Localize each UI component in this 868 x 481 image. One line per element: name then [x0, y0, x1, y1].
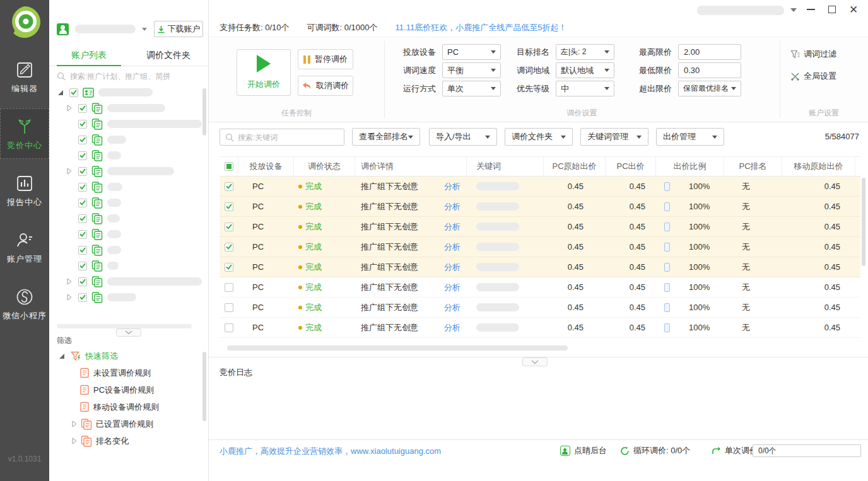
table-row[interactable]: PC完成推广组下无创意分析0.450.45100%无0.45: [220, 177, 860, 197]
tree-item-plan[interactable]: [49, 195, 202, 211]
expander-collapsed-icon[interactable]: [66, 168, 73, 175]
analyze-link[interactable]: 分析: [444, 181, 460, 192]
table-vertical-scrollbar[interactable]: [862, 178, 865, 266]
tree-item-plan[interactable]: [49, 179, 202, 195]
tree-item-plan[interactable]: [49, 242, 202, 258]
setting-input-6[interactable]: [678, 44, 741, 60]
tree-item-plan[interactable]: [49, 116, 202, 132]
dropdown-import-export[interactable]: 导入/导出: [429, 128, 497, 146]
setting-select-0[interactable]: PC: [442, 44, 501, 60]
maximize-button[interactable]: [824, 3, 840, 16]
tree-checkbox[interactable]: [78, 277, 87, 286]
nav-item-pencil[interactable]: 编辑器: [0, 52, 49, 102]
setting-select-5[interactable]: 中: [556, 81, 614, 96]
analyze-link[interactable]: 分析: [444, 302, 460, 313]
keyword-search[interactable]: [220, 129, 344, 146]
nav-item-person[interactable]: 账户管理: [0, 222, 49, 272]
tree-checkbox[interactable]: [78, 230, 87, 239]
table-row[interactable]: PC完成推广组下无创意分析0.450.45100%无0.45: [220, 197, 860, 217]
table-horizontal-scrollbar[interactable]: [227, 345, 568, 351]
nav-item-antler[interactable]: 竞价中心: [0, 108, 49, 159]
tree-checkbox[interactable]: [78, 293, 87, 302]
row-checkbox[interactable]: [225, 182, 233, 191]
row-checkbox[interactable]: [225, 243, 233, 252]
tree-item-plan[interactable]: [49, 163, 202, 179]
expander-collapsed-icon[interactable]: [66, 278, 73, 286]
tree-checkbox[interactable]: [78, 151, 87, 160]
table-row[interactable]: PC完成推广组下无创意分析0.450.45100%无0.45: [220, 217, 860, 237]
setting-select-2[interactable]: 单次: [442, 81, 501, 96]
expander-collapsed-icon[interactable]: [71, 420, 78, 427]
tree-item-plan[interactable]: [49, 289, 202, 305]
row-checkbox[interactable]: [225, 223, 233, 231]
tree-item-account[interactable]: [49, 84, 202, 100]
close-button[interactable]: ✕: [846, 3, 861, 16]
expander-collapsed-icon[interactable]: [66, 105, 73, 112]
analyze-link[interactable]: 分析: [444, 241, 460, 253]
tree-item-plan[interactable]: [49, 258, 202, 274]
tree-search-input[interactable]: [70, 72, 201, 81]
table-row[interactable]: PC完成推广组下无创意分析0.450.45100%无0.45: [220, 277, 860, 298]
quick-filter-root[interactable]: 快速筛选: [49, 347, 202, 364]
tree-item-plan[interactable]: [49, 132, 202, 148]
titlebar-chevron-down-icon[interactable]: [790, 8, 797, 12]
cancel-bidding-button[interactable]: 取消调价: [298, 76, 353, 96]
tree-checkbox[interactable]: [78, 136, 87, 144]
table-row[interactable]: PC完成推广组下无创意分析0.450.45100%无0.45: [220, 257, 860, 277]
tab-bid-folder[interactable]: 调价文件夹: [129, 45, 208, 66]
keyword-search-input[interactable]: [238, 133, 339, 142]
filter-item[interactable]: PC设备调价规则: [49, 381, 202, 398]
tree-checkbox[interactable]: [78, 214, 87, 223]
tree-checkbox[interactable]: [78, 246, 87, 255]
start-bidding-button[interactable]: 开始调价: [237, 49, 291, 96]
dropdown-keyword-manage[interactable]: 关键词管理: [580, 128, 648, 146]
dropdown-bid-folder[interactable]: 调价文件夹: [505, 128, 573, 146]
filter-item[interactable]: 未设置调价规则: [49, 364, 202, 381]
filter-vertical-scrollbar[interactable]: [202, 352, 206, 421]
row-checkbox[interactable]: [225, 263, 233, 272]
setting-select-4[interactable]: 默认地域: [556, 62, 614, 78]
chevron-down-icon[interactable]: [142, 28, 147, 31]
expander-expanded-icon[interactable]: [57, 89, 64, 96]
backend-button[interactable]: 点睛后台: [560, 445, 607, 456]
setting-select-3[interactable]: 左|头: 2: [556, 44, 614, 60]
expander-collapsed-icon[interactable]: [66, 294, 73, 301]
pause-bidding-button[interactable]: 暂停调价: [298, 49, 353, 69]
analyze-link[interactable]: 分析: [444, 201, 460, 212]
table-row[interactable]: PC完成推广组下无创意分析0.450.45100%无0.45: [220, 318, 860, 338]
tree-item-plan[interactable]: [49, 100, 202, 116]
row-checkbox[interactable]: [225, 283, 233, 292]
analyze-link[interactable]: 分析: [444, 282, 460, 293]
dropdown-bid-manage[interactable]: 出价管理: [656, 128, 724, 146]
row-checkbox[interactable]: [225, 303, 233, 312]
log-collapse-button[interactable]: [522, 357, 548, 366]
select-all-checkbox[interactable]: [225, 162, 233, 171]
tree-collapse-button[interactable]: [116, 328, 141, 337]
tree-item-plan[interactable]: [49, 148, 202, 163]
tab-account-list[interactable]: 账户列表: [49, 45, 129, 66]
account-selector[interactable]: 下载账户: [57, 20, 203, 38]
tree-item-plan[interactable]: [49, 274, 202, 289]
nav-item-wechat-miniprogram[interactable]: 微信小程序: [0, 279, 49, 329]
setting-input-7[interactable]: [678, 62, 741, 78]
minimize-button[interactable]: [803, 3, 818, 16]
download-account-button[interactable]: 下载账户: [154, 21, 203, 37]
tree-checkbox[interactable]: [78, 167, 87, 176]
tree-checkbox[interactable]: [69, 88, 78, 97]
footer-site-link[interactable]: 小鹿推广，高效提升企业营销效率，www.xiaolutuiguang.com: [220, 446, 441, 457]
nav-item-bar-chart[interactable]: 报告中心: [0, 165, 49, 216]
row-checkbox[interactable]: [225, 323, 233, 332]
table-row[interactable]: PC完成推广组下无创意分析0.450.45100%无0.45: [220, 298, 860, 318]
expander-collapsed-icon[interactable]: [71, 438, 78, 444]
filter-item[interactable]: 排名变化: [49, 432, 202, 449]
word-filter-button[interactable]: 调词过滤: [790, 49, 836, 60]
setting-select-8[interactable]: 保留最优排名: [678, 81, 741, 96]
setting-select-1[interactable]: 平衡: [442, 62, 501, 78]
tree-checkbox[interactable]: [78, 120, 87, 129]
analyze-link[interactable]: 分析: [444, 262, 460, 273]
tree-item-plan[interactable]: [49, 211, 202, 226]
tree-search[interactable]: [57, 68, 201, 84]
filter-item[interactable]: 已设置调价规则: [49, 415, 202, 432]
table-row[interactable]: PC完成推广组下无创意分析0.450.45100%无0.45: [220, 237, 860, 257]
tree-horizontal-scrollbar[interactable]: [57, 324, 192, 328]
